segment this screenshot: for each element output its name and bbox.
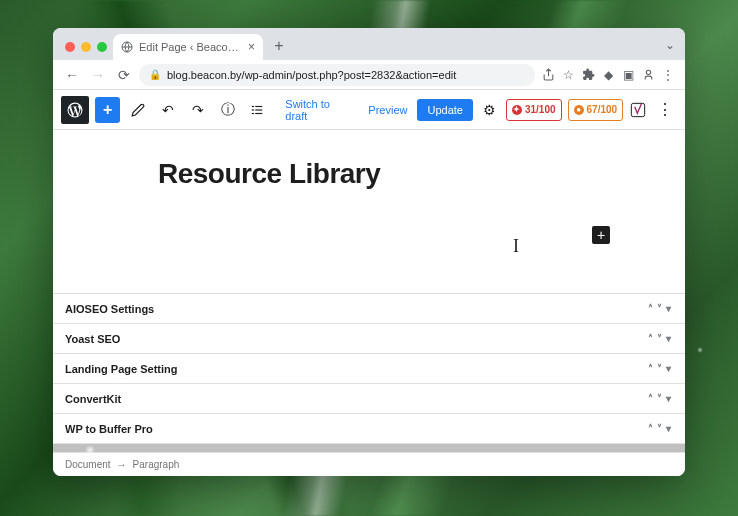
switch-to-draft-link[interactable]: Switch to draft bbox=[281, 98, 358, 122]
seo-score-1: 31/100 bbox=[525, 104, 556, 115]
move-up-icon[interactable]: ˄ bbox=[646, 423, 655, 434]
move-down-icon[interactable]: ˅ bbox=[655, 423, 664, 434]
move-down-icon[interactable]: ˅ bbox=[655, 333, 664, 344]
info-icon[interactable]: ⓘ bbox=[216, 98, 240, 122]
update-button[interactable]: Update bbox=[417, 99, 472, 121]
tab-strip: Edit Page ‹ Beacon — WordPr × + ⌄ bbox=[53, 28, 685, 60]
chrome-menu-icon[interactable]: ⋮ bbox=[659, 66, 677, 84]
undo-icon[interactable]: ↶ bbox=[156, 98, 180, 122]
editor-toolbar: + ↶ ↷ ⓘ Switch to draft Preview Update ⚙… bbox=[53, 90, 685, 130]
toggle-icon[interactable]: ▾ bbox=[664, 363, 673, 374]
yoast-icon[interactable] bbox=[629, 101, 647, 119]
resize-handle[interactable] bbox=[53, 444, 685, 452]
address-bar: ← → ⟳ 🔒 blog.beacon.by/wp-admin/post.php… bbox=[53, 60, 685, 90]
metabox-convertkit[interactable]: ConvertKit ˄ ˅ ▾ bbox=[53, 384, 685, 414]
maximize-window-button[interactable] bbox=[97, 42, 107, 52]
metabox-label: WP to Buffer Pro bbox=[65, 423, 153, 435]
toolbar-icons: ☆ ◆ ▣ ⋮ bbox=[539, 66, 677, 84]
metabox-landing-page[interactable]: Landing Page Setting ˄ ˅ ▾ bbox=[53, 354, 685, 384]
forward-button[interactable]: → bbox=[87, 64, 109, 86]
breadcrumb-separator-icon: → bbox=[117, 459, 127, 470]
block-breadcrumb: Document → Paragraph bbox=[53, 452, 685, 476]
wordpress-logo-icon[interactable] bbox=[61, 96, 89, 124]
outline-icon[interactable] bbox=[246, 98, 270, 122]
move-up-icon[interactable]: ˄ bbox=[646, 363, 655, 374]
close-window-button[interactable] bbox=[65, 42, 75, 52]
toggle-icon[interactable]: ▾ bbox=[664, 303, 673, 314]
seo-indicator-icon: ✦ bbox=[512, 105, 522, 115]
seo-score-badge-1[interactable]: ✦ 31/100 bbox=[506, 99, 562, 121]
extension-icon[interactable] bbox=[579, 66, 597, 84]
svg-rect-6 bbox=[252, 112, 254, 113]
move-up-icon[interactable]: ˄ bbox=[646, 393, 655, 404]
bookmark-icon[interactable]: ☆ bbox=[559, 66, 577, 84]
profile-icon[interactable] bbox=[639, 66, 657, 84]
toggle-icon[interactable]: ▾ bbox=[664, 423, 673, 434]
svg-point-0 bbox=[122, 42, 132, 52]
move-up-icon[interactable]: ˄ bbox=[646, 303, 655, 314]
text-cursor-icon: I bbox=[513, 236, 519, 257]
preview-link[interactable]: Preview bbox=[364, 104, 411, 116]
lock-icon: 🔒 bbox=[149, 69, 161, 80]
back-button[interactable]: ← bbox=[61, 64, 83, 86]
tab-title: Edit Page ‹ Beacon — WordPr bbox=[139, 41, 242, 53]
metabox-label: ConvertKit bbox=[65, 393, 121, 405]
globe-icon bbox=[121, 41, 133, 53]
move-down-icon[interactable]: ˅ bbox=[655, 363, 664, 374]
redo-icon[interactable]: ↷ bbox=[186, 98, 210, 122]
edit-tool-icon[interactable] bbox=[126, 98, 150, 122]
metabox-yoast[interactable]: Yoast SEO ˄ ˅ ▾ bbox=[53, 324, 685, 354]
seo-score-badge-2[interactable]: ● 67/100 bbox=[568, 99, 624, 121]
metabox-aioseo[interactable]: AIOSEO Settings ˄ ˅ ▾ bbox=[53, 294, 685, 324]
move-down-icon[interactable]: ˅ bbox=[655, 303, 664, 314]
more-options-icon[interactable]: ⋮ bbox=[653, 100, 677, 119]
move-down-icon[interactable]: ˅ bbox=[655, 393, 664, 404]
metabox-label: AIOSEO Settings bbox=[65, 303, 154, 315]
svg-rect-4 bbox=[252, 109, 254, 110]
editor-canvas[interactable]: Resource Library I + bbox=[53, 130, 685, 293]
window-controls bbox=[61, 42, 113, 60]
metabox-label: Yoast SEO bbox=[65, 333, 120, 345]
extension-icon-2[interactable]: ◆ bbox=[599, 66, 617, 84]
move-up-icon[interactable]: ˄ bbox=[646, 333, 655, 344]
breadcrumb-root[interactable]: Document bbox=[65, 459, 111, 470]
inline-add-block-button[interactable]: + bbox=[592, 226, 610, 244]
svg-point-1 bbox=[646, 70, 650, 74]
svg-rect-3 bbox=[256, 105, 263, 106]
toggle-icon[interactable]: ▾ bbox=[664, 333, 673, 344]
minimize-window-button[interactable] bbox=[81, 42, 91, 52]
metabox-label: Landing Page Setting bbox=[65, 363, 177, 375]
toggle-icon[interactable]: ▾ bbox=[664, 393, 673, 404]
metabox-buffer[interactable]: WP to Buffer Pro ˄ ˅ ▾ bbox=[53, 414, 685, 444]
breadcrumb-current[interactable]: Paragraph bbox=[133, 459, 180, 470]
svg-rect-2 bbox=[252, 105, 254, 106]
browser-window: Edit Page ‹ Beacon — WordPr × + ⌄ ← → ⟳ … bbox=[53, 28, 685, 476]
svg-rect-8 bbox=[631, 103, 644, 116]
tab-list-button[interactable]: ⌄ bbox=[665, 38, 685, 60]
reload-button[interactable]: ⟳ bbox=[113, 64, 135, 86]
add-block-button[interactable]: + bbox=[95, 97, 121, 123]
svg-rect-7 bbox=[256, 112, 263, 113]
metabox-area: AIOSEO Settings ˄ ˅ ▾ Yoast SEO ˄ ˅ ▾ La… bbox=[53, 293, 685, 444]
settings-gear-icon[interactable]: ⚙ bbox=[479, 102, 500, 118]
browser-tab[interactable]: Edit Page ‹ Beacon — WordPr × bbox=[113, 34, 263, 60]
url-field[interactable]: 🔒 blog.beacon.by/wp-admin/post.php?post=… bbox=[139, 64, 535, 86]
url-text: blog.beacon.by/wp-admin/post.php?post=28… bbox=[167, 69, 456, 81]
close-tab-icon[interactable]: × bbox=[248, 40, 255, 54]
page-title[interactable]: Resource Library bbox=[158, 158, 580, 190]
share-icon[interactable] bbox=[539, 66, 557, 84]
seo-score-2: 67/100 bbox=[587, 104, 618, 115]
seo-indicator-icon: ● bbox=[574, 105, 584, 115]
extension-icon-3[interactable]: ▣ bbox=[619, 66, 637, 84]
svg-rect-5 bbox=[256, 109, 263, 110]
new-tab-button[interactable]: + bbox=[267, 34, 291, 58]
